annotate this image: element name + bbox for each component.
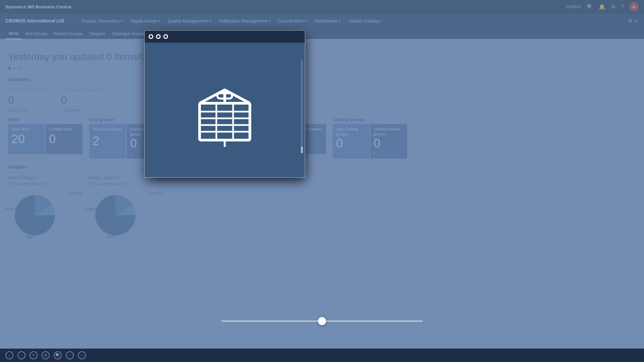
taskbar: ‹ › ✎ ⊞ 🔍 − ⋯ (0, 349, 644, 362)
window-titlebar-front (145, 31, 305, 43)
box-icon-container (188, 73, 262, 147)
window-dot-1[interactable] (149, 34, 153, 39)
slider-thumb[interactable] (318, 317, 326, 325)
window-dot-3[interactable] (163, 34, 168, 39)
taskbar-forward-btn[interactable]: › (17, 351, 25, 359)
window-body-front (145, 43, 305, 177)
window-card-front (144, 30, 305, 178)
window-dot-2[interactable] (156, 34, 161, 39)
slider-container (221, 320, 423, 322)
taskbar-more-btn[interactable]: ⋯ (78, 351, 86, 359)
taskbar-edit-btn[interactable]: ✎ (30, 351, 38, 359)
svg-rect-2 (200, 103, 250, 140)
slider-section (0, 320, 644, 322)
window-scrollbar-thumb (301, 146, 303, 153)
window-scrollbar[interactable] (301, 59, 303, 153)
taskbar-minus-btn[interactable]: − (66, 351, 74, 359)
taskbar-zoom-btn[interactable]: 🔍 (54, 351, 62, 359)
package-icon (188, 73, 262, 147)
taskbar-back-btn[interactable]: ‹ (5, 351, 13, 359)
overlay-backdrop (0, 0, 644, 362)
taskbar-save-btn[interactable]: ⊞ (42, 351, 50, 359)
